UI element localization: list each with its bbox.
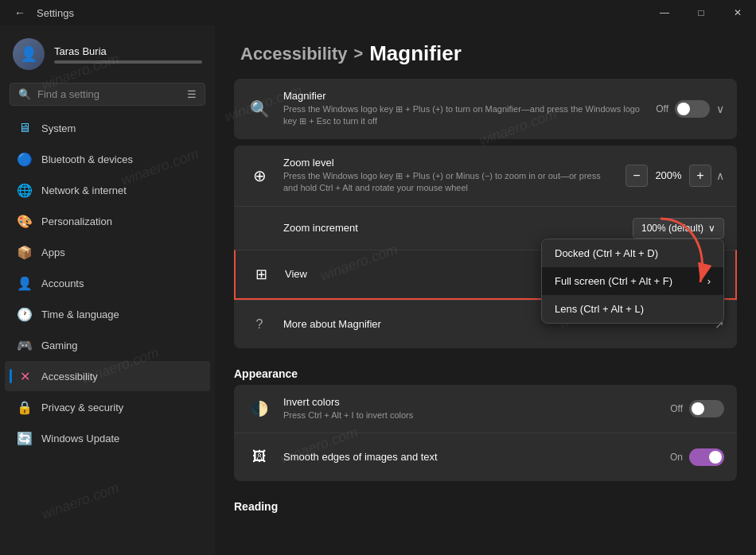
magnifier-card: 🔍 Magnifier Press the Windows logo key ⊞… (234, 79, 737, 139)
user-profile[interactable]: 👤 Taras Buria (0, 25, 215, 80)
reading-section-header: Reading (215, 487, 756, 518)
zoom-value: 200% (653, 169, 684, 181)
gaming-icon: 🎮 (18, 338, 32, 352)
smooth-edges-text: Smooth edges of images and text (283, 451, 659, 463)
invert-icon: 🌓 (247, 396, 272, 421)
smooth-edges-toggle-thumb (709, 451, 722, 464)
invert-colors-text: Invert colors Press Ctrl + Alt + I to in… (283, 396, 659, 421)
sidebar-item-label-accessibility: Accessibility (41, 371, 98, 382)
magnifier-toggle-thumb (677, 103, 690, 115)
zoom-level-text: Zoom level Press the Windows logo key ⊞ … (283, 157, 614, 195)
zoom-increment-controls: 100% (default) ∨ (633, 218, 724, 239)
dropdown-item-lens[interactable]: Lens (Ctrl + Alt + L) (542, 295, 723, 323)
magnifier-title: Magnifier (283, 90, 645, 102)
smooth-edges-toggle-label: On (670, 452, 683, 463)
invert-colors-desc: Press Ctrl + Alt + I to invert colors (283, 409, 659, 421)
more-about-icon: ? (247, 312, 272, 337)
zoom-increment-text: Zoom increment (247, 222, 622, 234)
invert-toggle[interactable] (689, 400, 724, 417)
dropdown-item-fullscreen[interactable]: Full screen (Ctrl + Alt + F) › (542, 267, 723, 295)
appearance-card: 🌓 Invert colors Press Ctrl + Alt + I to … (234, 385, 737, 481)
window-controls: — □ ✕ (646, 0, 756, 25)
accessibility-icon: ✕ (18, 369, 32, 383)
sidebar-item-label-update: Windows Update (41, 433, 119, 444)
sidebar-item-accounts[interactable]: 👤 Accounts (5, 268, 210, 298)
dropdown-arrow-fullscreen: › (707, 275, 711, 287)
update-icon: 🔄 (18, 431, 32, 445)
bluetooth-icon: 🔵 (18, 152, 32, 166)
sidebar-item-label-bluetooth: Bluetooth & devices (41, 153, 133, 165)
sidebar-item-privacy[interactable]: 🔒 Privacy & security (5, 392, 210, 422)
magnifier-toggle[interactable] (675, 100, 710, 118)
sidebar-item-network[interactable]: 🌐 Network & internet (5, 175, 210, 205)
dropdown-label-lens: Lens (Ctrl + Alt + L) (555, 303, 644, 315)
magnifier-desc: Press the Windows logo key ⊞ + Plus (+) … (283, 103, 645, 128)
sidebar-item-time[interactable]: 🕐 Time & language (5, 299, 210, 329)
reading-title: Reading (234, 500, 278, 513)
zoom-icon: ⊕ (247, 163, 272, 188)
sidebar-item-label-personalization: Personalization (41, 215, 112, 227)
sidebar-item-label-system: System (41, 122, 76, 134)
zoom-level-card: ⊕ Zoom level Press the Windows logo key … (234, 146, 737, 348)
smooth-edges-icon: 🖼 (247, 444, 272, 470)
zoom-increment-dropdown-icon: ∨ (708, 223, 715, 234)
sidebar-item-label-apps: Apps (41, 246, 65, 258)
dropdown-item-docked[interactable]: Docked (Ctrl + Alt + D) (542, 239, 723, 267)
zoom-expand-icon[interactable]: ∧ (716, 169, 724, 182)
zoom-level-row: ⊕ Zoom level Press the Windows logo key … (234, 146, 737, 206)
sidebar-item-personalization[interactable]: 🎨 Personalization (5, 206, 210, 236)
minimize-button[interactable]: — (646, 0, 683, 25)
zoom-plus-button[interactable]: + (689, 165, 711, 187)
user-bar (54, 60, 202, 64)
zoom-minus-button[interactable]: − (625, 165, 648, 187)
breadcrumb-parent[interactable]: Accessibility (240, 44, 348, 64)
personalization-icon: 🎨 (18, 214, 32, 228)
breadcrumb-separator: > (354, 45, 364, 63)
zoom-increment-dropdown[interactable]: 100% (default) ∨ (633, 218, 724, 239)
zoom-level-desc: Press the Windows logo key ⊞ + Plus (+) … (283, 170, 614, 195)
sidebar-item-accessibility[interactable]: ✕ Accessibility (5, 361, 210, 391)
accounts-icon: 👤 (18, 276, 32, 290)
sidebar-item-gaming[interactable]: 🎮 Gaming (5, 330, 210, 360)
sidebar-item-update[interactable]: 🔄 Windows Update (5, 423, 210, 453)
search-box[interactable]: 🔍 ☰ (10, 83, 205, 106)
user-name: Taras Buria (54, 45, 202, 57)
close-button[interactable]: ✕ (719, 0, 756, 25)
avatar: 👤 (13, 38, 45, 70)
invert-toggle-thumb (692, 402, 704, 415)
sidebar-item-label-accounts: Accounts (41, 278, 84, 289)
zoom-increment-title: Zoom increment (283, 222, 622, 234)
appearance-section-header: Appearance (215, 355, 756, 385)
smooth-edges-toggle[interactable] (689, 448, 724, 466)
invert-colors-controls: Off (670, 400, 724, 417)
sidebar-item-system[interactable]: 🖥 System (5, 113, 210, 143)
search-input[interactable] (37, 88, 181, 100)
magnifier-controls: Off ∨ (656, 100, 724, 118)
view-dropdown-menu: Docked (Ctrl + Alt + D) Full screen (Ctr… (541, 239, 724, 324)
privacy-icon: 🔒 (18, 400, 32, 414)
back-button[interactable]: ← (10, 3, 30, 22)
sidebar-item-apps[interactable]: 📦 Apps (5, 237, 210, 267)
invert-colors-title: Invert colors (283, 396, 659, 408)
time-icon: 🕐 (18, 307, 32, 321)
titlebar: ← Settings — □ ✕ (0, 0, 756, 25)
dropdown-label-docked: Docked (Ctrl + Alt + D) (555, 247, 658, 259)
breadcrumb-current: Magnifier (369, 41, 462, 66)
zoom-increment-value: 100% (default) (641, 223, 703, 234)
maximize-button[interactable]: □ (683, 0, 719, 25)
magnifier-row: 🔍 Magnifier Press the Windows logo key ⊞… (234, 79, 737, 139)
nav-menu: 🖥 System 🔵 Bluetooth & devices 🌐 Network… (0, 112, 215, 454)
invert-toggle-label: Off (670, 403, 683, 414)
zoom-level-title: Zoom level (283, 157, 614, 169)
window-title: Settings (37, 7, 74, 19)
smooth-edges-controls: On (670, 448, 724, 466)
magnifier-toggle-label: Off (656, 103, 668, 114)
sidebar-item-bluetooth[interactable]: 🔵 Bluetooth & devices (5, 144, 210, 174)
magnifier-expand-icon[interactable]: ∨ (716, 103, 724, 115)
content-area: Accessibility > Magnifier 🔍 Magnifier Pr… (215, 25, 756, 555)
search-submit-icon[interactable]: ☰ (187, 88, 197, 100)
sidebar-item-label-network: Network & internet (41, 184, 127, 196)
smooth-edges-title: Smooth edges of images and text (283, 451, 659, 463)
dropdown-label-fullscreen: Full screen (Ctrl + Alt + F) (555, 275, 672, 287)
magnifier-icon: 🔍 (247, 96, 272, 122)
